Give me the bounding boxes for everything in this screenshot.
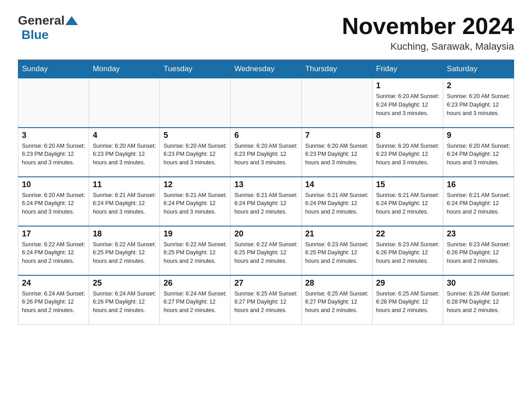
calendar-week-row: 10Sunrise: 6:20 AM Sunset: 6:24 PM Dayli… [18,177,514,226]
calendar-day-cell: 16Sunrise: 6:21 AM Sunset: 6:24 PM Dayli… [443,177,514,226]
calendar-day-cell [301,78,372,128]
day-number: 23 [447,229,510,239]
page-header: General Blue November 2024 Kuching, Sara… [18,13,514,52]
day-info: Sunrise: 6:21 AM Sunset: 6:24 PM Dayligh… [447,191,510,216]
day-info: Sunrise: 6:21 AM Sunset: 6:24 PM Dayligh… [376,191,439,216]
day-info: Sunrise: 6:20 AM Sunset: 6:23 PM Dayligh… [447,92,510,117]
day-number: 27 [234,278,297,288]
day-number: 6 [234,131,297,140]
day-number: 1 [376,81,439,90]
day-number: 22 [376,229,439,239]
calendar-day-cell: 18Sunrise: 6:22 AM Sunset: 6:25 PM Dayli… [89,226,160,275]
day-info: Sunrise: 6:21 AM Sunset: 6:24 PM Dayligh… [163,191,227,216]
day-info: Sunrise: 6:25 AM Sunset: 6:27 PM Dayligh… [305,290,369,315]
calendar-day-cell: 28Sunrise: 6:25 AM Sunset: 6:27 PM Dayli… [301,275,372,325]
day-number: 29 [376,278,439,288]
calendar-day-cell: 13Sunrise: 6:21 AM Sunset: 6:24 PM Dayli… [231,177,301,226]
calendar-day-cell: 11Sunrise: 6:21 AM Sunset: 6:24 PM Dayli… [89,177,160,226]
calendar-day-cell: 21Sunrise: 6:23 AM Sunset: 6:25 PM Dayli… [301,226,372,275]
day-info: Sunrise: 6:21 AM Sunset: 6:24 PM Dayligh… [305,191,369,216]
calendar-day-cell: 1Sunrise: 6:20 AM Sunset: 6:24 PM Daylig… [372,78,443,128]
day-number: 3 [22,131,85,140]
calendar-day-cell: 10Sunrise: 6:20 AM Sunset: 6:24 PM Dayli… [18,177,89,226]
day-number: 18 [93,229,156,239]
calendar-day-cell: 5Sunrise: 6:20 AM Sunset: 6:23 PM Daylig… [160,128,231,177]
calendar-header-row: SundayMondayTuesdayWednesdayThursdayFrid… [18,60,514,78]
day-number: 30 [447,278,510,288]
day-info: Sunrise: 6:23 AM Sunset: 6:25 PM Dayligh… [305,240,369,265]
day-info: Sunrise: 6:20 AM Sunset: 6:24 PM Dayligh… [447,142,510,167]
month-title: November 2024 [342,13,514,39]
calendar-day-cell: 14Sunrise: 6:21 AM Sunset: 6:24 PM Dayli… [301,177,372,226]
calendar-day-cell [231,78,301,128]
calendar-header-friday: Friday [372,60,443,78]
calendar-day-cell: 25Sunrise: 6:24 AM Sunset: 6:26 PM Dayli… [89,275,160,325]
day-number: 25 [93,278,156,288]
calendar-day-cell: 27Sunrise: 6:25 AM Sunset: 6:27 PM Dayli… [231,275,301,325]
day-number: 12 [163,180,227,189]
day-info: Sunrise: 6:20 AM Sunset: 6:23 PM Dayligh… [22,142,85,167]
calendar-week-row: 17Sunrise: 6:22 AM Sunset: 6:24 PM Dayli… [18,226,514,275]
calendar-header-wednesday: Wednesday [231,60,301,78]
day-number: 10 [22,180,85,189]
day-number: 11 [93,180,156,189]
calendar-day-cell: 7Sunrise: 6:20 AM Sunset: 6:23 PM Daylig… [301,128,372,177]
logo-blue-text: Blue [21,28,49,42]
day-info: Sunrise: 6:20 AM Sunset: 6:23 PM Dayligh… [305,142,369,167]
day-info: Sunrise: 6:20 AM Sunset: 6:24 PM Dayligh… [376,92,439,117]
day-number: 14 [305,180,369,189]
day-number: 8 [376,131,439,140]
day-number: 7 [305,131,369,140]
logo-general-text: General [18,13,64,28]
day-info: Sunrise: 6:21 AM Sunset: 6:24 PM Dayligh… [93,191,156,216]
day-number: 28 [305,278,369,288]
calendar-day-cell: 12Sunrise: 6:21 AM Sunset: 6:24 PM Dayli… [160,177,231,226]
calendar-table: SundayMondayTuesdayWednesdayThursdayFrid… [18,60,514,325]
day-info: Sunrise: 6:20 AM Sunset: 6:23 PM Dayligh… [234,142,297,167]
day-info: Sunrise: 6:24 AM Sunset: 6:26 PM Dayligh… [22,290,85,315]
day-info: Sunrise: 6:20 AM Sunset: 6:23 PM Dayligh… [163,142,227,167]
calendar-day-cell: 30Sunrise: 6:26 AM Sunset: 6:28 PM Dayli… [443,275,514,325]
day-info: Sunrise: 6:23 AM Sunset: 6:26 PM Dayligh… [447,240,510,265]
calendar-day-cell: 4Sunrise: 6:20 AM Sunset: 6:23 PM Daylig… [89,128,160,177]
day-number: 15 [376,180,439,189]
calendar-day-cell [18,78,89,128]
calendar-day-cell: 6Sunrise: 6:20 AM Sunset: 6:23 PM Daylig… [231,128,301,177]
calendar-header-tuesday: Tuesday [160,60,231,78]
calendar-day-cell: 20Sunrise: 6:22 AM Sunset: 6:25 PM Dayli… [231,226,301,275]
day-info: Sunrise: 6:20 AM Sunset: 6:23 PM Dayligh… [93,142,156,167]
day-info: Sunrise: 6:25 AM Sunset: 6:28 PM Dayligh… [376,290,439,315]
day-number: 17 [22,229,85,239]
day-info: Sunrise: 6:24 AM Sunset: 6:27 PM Dayligh… [163,290,227,315]
day-info: Sunrise: 6:22 AM Sunset: 6:25 PM Dayligh… [163,240,227,265]
calendar-header-thursday: Thursday [301,60,372,78]
calendar-day-cell: 15Sunrise: 6:21 AM Sunset: 6:24 PM Dayli… [372,177,443,226]
calendar-day-cell: 24Sunrise: 6:24 AM Sunset: 6:26 PM Dayli… [18,275,89,325]
day-info: Sunrise: 6:22 AM Sunset: 6:25 PM Dayligh… [93,240,156,265]
calendar-day-cell: 3Sunrise: 6:20 AM Sunset: 6:23 PM Daylig… [18,128,89,177]
day-number: 4 [93,131,156,140]
calendar-header-monday: Monday [89,60,160,78]
day-info: Sunrise: 6:24 AM Sunset: 6:26 PM Dayligh… [93,290,156,315]
day-number: 5 [163,131,227,140]
day-info: Sunrise: 6:20 AM Sunset: 6:24 PM Dayligh… [22,191,85,216]
calendar-day-cell: 19Sunrise: 6:22 AM Sunset: 6:25 PM Dayli… [160,226,231,275]
day-info: Sunrise: 6:20 AM Sunset: 6:23 PM Dayligh… [376,142,439,167]
day-info: Sunrise: 6:21 AM Sunset: 6:24 PM Dayligh… [234,191,297,216]
calendar-day-cell [89,78,160,128]
day-number: 19 [163,229,227,239]
calendar-week-row: 24Sunrise: 6:24 AM Sunset: 6:26 PM Dayli… [18,275,514,325]
calendar-day-cell: 29Sunrise: 6:25 AM Sunset: 6:28 PM Dayli… [372,275,443,325]
calendar-day-cell: 22Sunrise: 6:23 AM Sunset: 6:26 PM Dayli… [372,226,443,275]
day-number: 16 [447,180,510,189]
calendar-header-saturday: Saturday [443,60,514,78]
calendar-day-cell: 26Sunrise: 6:24 AM Sunset: 6:27 PM Dayli… [160,275,231,325]
logo: General Blue [18,13,79,42]
day-number: 26 [163,278,227,288]
logo-triangle-icon [65,16,78,25]
calendar-day-cell: 23Sunrise: 6:23 AM Sunset: 6:26 PM Dayli… [443,226,514,275]
calendar-day-cell: 2Sunrise: 6:20 AM Sunset: 6:23 PM Daylig… [443,78,514,128]
day-info: Sunrise: 6:23 AM Sunset: 6:26 PM Dayligh… [376,240,439,265]
day-number: 20 [234,229,297,239]
calendar-week-row: 1Sunrise: 6:20 AM Sunset: 6:24 PM Daylig… [18,78,514,128]
